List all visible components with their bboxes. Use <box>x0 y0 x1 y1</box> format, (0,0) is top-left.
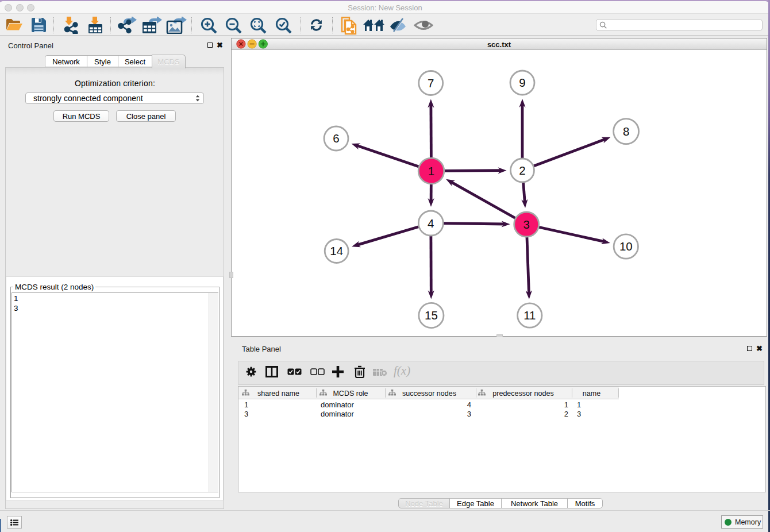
svg-text:2: 2 <box>519 164 525 177</box>
svg-text:4: 4 <box>428 217 434 230</box>
svg-text:14: 14 <box>330 244 343 257</box>
svg-text:11: 11 <box>523 309 536 322</box>
svg-text:6: 6 <box>333 132 339 145</box>
svg-text:7: 7 <box>428 76 434 90</box>
svg-text:8: 8 <box>623 125 629 138</box>
svg-text:3: 3 <box>523 218 529 231</box>
svg-text:10: 10 <box>619 240 633 253</box>
svg-text:1: 1 <box>428 164 434 178</box>
svg-text:15: 15 <box>425 309 438 322</box>
svg-text:9: 9 <box>519 76 525 89</box>
